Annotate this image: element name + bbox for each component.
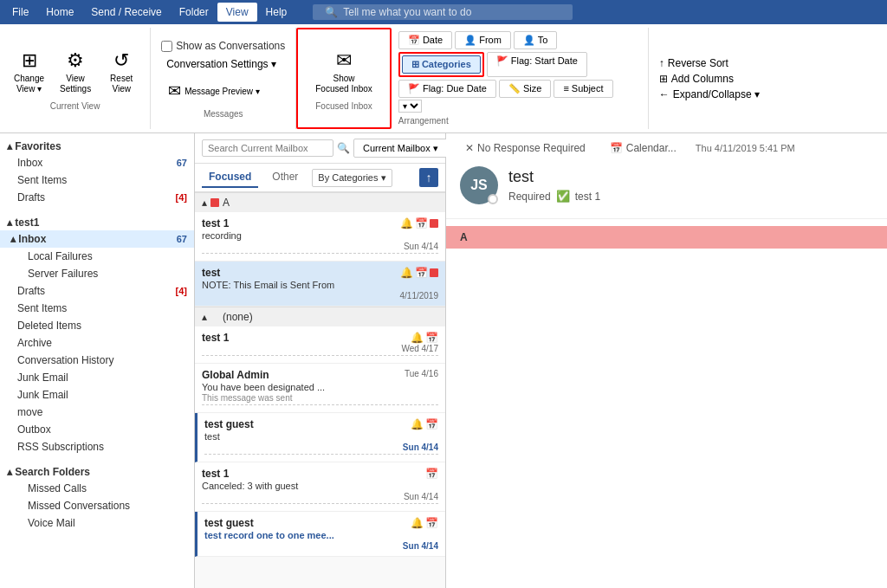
menu-file[interactable]: File: [3, 3, 37, 22]
message-item-test-4112019[interactable]: test 🔔 📅 NOTE: This Email is Sent From 4…: [195, 262, 445, 307]
menu-view[interactable]: View: [217, 3, 257, 22]
search-icon-btn[interactable]: 🔍: [337, 142, 350, 154]
menu-help[interactable]: Help: [257, 3, 296, 22]
bell-icon: 🔔: [400, 217, 413, 229]
sidebar-missed-conversations[interactable]: Missed Conversations: [0, 497, 194, 514]
reading-required: Required ✅ test 1: [508, 190, 600, 203]
calendar-button[interactable]: 📅 Calendar...: [605, 140, 682, 156]
sidebar-outbox[interactable]: Outbox: [0, 421, 194, 438]
tell-me-search[interactable]: 🔍 Tell me what you want to do: [313, 4, 573, 20]
menu-send-receive[interactable]: Send / Receive: [82, 3, 170, 22]
msg-date: Sun 4/14: [403, 541, 438, 551]
sidebar-item-inbox-fav[interactable]: Inbox 67: [0, 154, 194, 171]
avatar-status-dot: [488, 194, 498, 204]
cal-icon: 📅: [415, 217, 428, 229]
drafts-fav-badge: [4]: [176, 192, 187, 203]
msg-header: test guest 🔔 📅: [204, 418, 438, 430]
sidebar-conversation-history[interactable]: Conversation History: [0, 352, 194, 369]
msg-header: test 1 🔔 📅: [202, 217, 438, 229]
message-item-test1-canceled[interactable]: test 1 📅 Canceled: 3 with guest Sun 4/14: [195, 462, 445, 512]
msg-icons: 🔔 📅: [400, 267, 438, 279]
view-settings-button[interactable]: ⚙ ViewSettings: [53, 46, 98, 98]
mailbox-select[interactable]: Current Mailbox ▾: [353, 139, 458, 158]
reverse-sort-button[interactable]: ↑ Reverse Sort: [656, 55, 763, 71]
msg-date-row: Sun 4/14: [202, 242, 438, 251]
sidebar-inbox-test1[interactable]: ▴ Inbox 67: [0, 230, 194, 248]
change-view-button[interactable]: ⊞ ChangeView ▾: [7, 46, 51, 98]
category-a-label: A: [223, 197, 230, 209]
conversations-check[interactable]: [161, 41, 172, 52]
sidebar-junk-email-2[interactable]: Junk Email: [0, 386, 194, 404]
search-input[interactable]: [202, 139, 333, 157]
search-folders-header[interactable]: ▴ Search Folders: [0, 462, 194, 480]
no-response-label: No Response Required: [477, 142, 586, 154]
message-item-test1-wed[interactable]: test 1 🔔 📅 Wed 4/17: [195, 326, 445, 364]
arrange-by-size[interactable]: 📏 Size: [499, 80, 551, 98]
ribbon: ⊞ ChangeView ▾ ⚙ ViewSettings ↺ ResetVie…: [0, 24, 887, 133]
sidebar-junk-email-1[interactable]: Junk Email: [0, 369, 194, 386]
show-as-conversations-checkbox[interactable]: Show as Conversations: [161, 38, 285, 54]
sidebar-voice-mail[interactable]: Voice Mail: [0, 514, 194, 532]
sidebar-deleted-items[interactable]: Deleted Items: [0, 317, 194, 334]
sidebar-item-sent-fav[interactable]: Sent Items: [0, 171, 194, 189]
arrange-by-to[interactable]: 👤 To: [514, 31, 557, 49]
arrange-by-from[interactable]: 👤 From: [455, 31, 511, 49]
msg-from: test 1: [202, 468, 229, 480]
sidebar-server-failures[interactable]: Server Failures: [0, 265, 194, 282]
test1-header[interactable]: ▴ test1: [0, 213, 194, 230]
calendar-label: Calendar...: [626, 142, 677, 154]
required-label: Required: [508, 191, 551, 203]
arrange-by-flag-due[interactable]: 🚩 Flag: Due Date: [398, 80, 496, 98]
sidebar-archive[interactable]: Archive: [0, 334, 194, 352]
bell-icon: 🔔: [411, 418, 424, 430]
show-focused-inbox-button[interactable]: ✉ ShowFocused Inbox: [308, 46, 379, 98]
arrange-by-subject[interactable]: ≡ Subject: [554, 80, 612, 98]
message-item-test-guest-1[interactable]: test guest 🔔 📅 test Sun 4/14: [195, 413, 445, 462]
current-view-buttons: ⊞ ChangeView ▾ ⚙ ViewSettings ↺ ResetVie…: [7, 46, 143, 98]
msg-from: test guest: [204, 517, 254, 529]
add-columns-label: Add Columns: [671, 73, 734, 85]
expand-none-icon[interactable]: ▴: [202, 311, 207, 323]
msg-from: test: [202, 267, 220, 279]
tab-other[interactable]: Other: [265, 167, 305, 188]
sidebar-drafts[interactable]: Drafts [4]: [0, 282, 194, 300]
arrangement-group: 📅 Date 👤 From 👤 To ⊞ Categories 🚩 Flag: …: [392, 28, 649, 129]
menu-home[interactable]: Home: [37, 3, 82, 22]
arrange-by-flag-start[interactable]: 🚩 Flag: Start Date: [487, 52, 587, 77]
expand-collapse-label: Expand/Collapse ▾: [673, 88, 760, 100]
expand-collapse-button[interactable]: ← Expand/Collapse ▾: [656, 87, 763, 102]
msg-divider: [202, 404, 438, 405]
sidebar-sent-items[interactable]: Sent Items: [0, 300, 194, 317]
sidebar-rss-subscriptions[interactable]: RSS Subscriptions: [0, 438, 194, 456]
reset-view-button[interactable]: ↺ ResetView: [100, 46, 143, 98]
arrange-by-date[interactable]: 📅 Date: [398, 31, 452, 49]
message-item-test-guest-2[interactable]: test guest 🔔 📅 test record one to one me…: [195, 512, 445, 557]
message-item-global-admin[interactable]: Global Admin Tue 4/16 You have been desi…: [195, 364, 445, 413]
sidebar-item-drafts-fav[interactable]: Drafts [4]: [0, 189, 194, 206]
message-preview-button[interactable]: ✉ Message Preview ▾: [161, 78, 285, 106]
rss-subscriptions-label: RSS Subscriptions: [17, 441, 104, 453]
favorites-header[interactable]: ▴ Favorites: [0, 137, 194, 154]
msg-subject: Canceled: 3 with guest: [202, 481, 438, 491]
message-item-test1-recording[interactable]: test 1 🔔 📅 recording Sun 4/14: [195, 212, 445, 262]
add-columns-button[interactable]: ⊞ Add Columns: [656, 71, 763, 87]
tab-focused[interactable]: Focused: [202, 167, 258, 188]
reading-info: test Required ✅ test 1: [508, 168, 600, 203]
sidebar-move[interactable]: move: [0, 404, 194, 421]
arrange-by-categories[interactable]: ⊞ Categories: [402, 55, 481, 74]
expand-a-icon[interactable]: ▴: [202, 197, 207, 209]
by-categories-dropdown[interactable]: By Categories ▾: [312, 169, 392, 187]
msg-header: Global Admin Tue 4/16: [202, 369, 438, 381]
missed-conversations-label: Missed Conversations: [28, 500, 130, 512]
msg-date-row: Sun 4/14: [202, 492, 438, 501]
reading-pane: ✕ No Response Required 📅 Calendar... Thu…: [446, 133, 887, 588]
conversation-settings-button[interactable]: Conversation Settings ▾: [161, 55, 285, 73]
sort-button[interactable]: ↑: [419, 168, 438, 187]
arrange-by-categories-wrapper: ⊞ Categories: [398, 52, 484, 77]
no-response-button[interactable]: ✕ No Response Required: [460, 140, 591, 156]
category-none-dot: [210, 313, 219, 321]
menu-folder[interactable]: Folder: [171, 3, 217, 22]
sidebar-local-failures[interactable]: Local Failures: [0, 248, 194, 265]
sidebar-missed-calls[interactable]: Missed Calls: [0, 480, 194, 497]
expand-select[interactable]: ▾: [398, 100, 422, 113]
